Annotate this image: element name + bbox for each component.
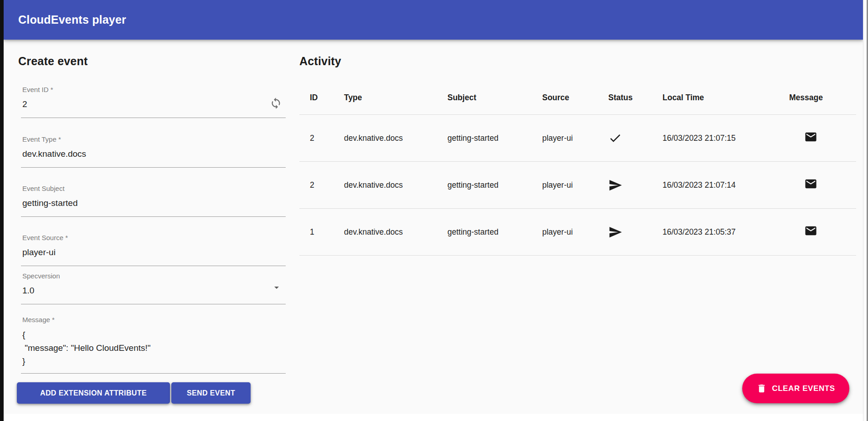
cell-local-time: 16/03/2023 21:07:15 [663, 133, 789, 143]
email-icon[interactable] [804, 224, 817, 237]
event-subject-field[interactable]: Event Subject getting-started [21, 185, 286, 217]
email-icon[interactable] [804, 130, 817, 144]
cell-local-time: 16/03/2023 21:07:14 [663, 180, 789, 190]
cell-source: player-ui [542, 180, 608, 190]
activity-table-header: ID Type Subject Source Status Local Time… [299, 81, 856, 115]
activity-table: ID Type Subject Source Status Local Time… [299, 81, 856, 256]
sync-icon[interactable] [270, 97, 282, 109]
dropdown-arrow-icon[interactable] [271, 282, 282, 293]
app-bar: CloudEvents player [4, 0, 863, 40]
table-row: 2 dev.knative.docs getting-started playe… [299, 115, 856, 162]
cell-subject: getting-started [447, 227, 542, 237]
add-extension-attribute-button[interactable]: ADD EXTENSION ATTRIBUTE [17, 382, 170, 404]
clear-events-label: CLEAR EVENTS [772, 384, 835, 393]
cell-type: dev.knative.docs [344, 227, 447, 237]
column-header-status: Status [608, 93, 663, 103]
clear-events-button[interactable]: CLEAR EVENTS [742, 374, 849, 403]
specversion-label: Specversion [21, 272, 286, 280]
event-source-label: Event Source * [21, 234, 286, 241]
cell-subject: getting-started [447, 133, 542, 143]
table-row: 2 dev.knative.docs getting-started playe… [299, 162, 856, 209]
column-header-subject: Subject [447, 93, 542, 103]
message-field[interactable]: Message * { "message": "Hello CloudEvent… [21, 316, 286, 374]
event-type-input[interactable]: dev.knative.docs [21, 149, 286, 159]
send-icon [608, 178, 663, 192]
activity-heading: Activity [299, 55, 341, 68]
event-type-label: Event Type * [21, 135, 286, 143]
cell-id: 2 [299, 133, 344, 143]
event-source-input[interactable]: player-ui [21, 247, 286, 257]
column-header-source: Source [542, 93, 608, 103]
column-header-local-time: Local Time [663, 93, 789, 103]
event-id-input[interactable]: 2 [21, 99, 286, 109]
app-title: CloudEvents player [18, 13, 126, 26]
event-id-field[interactable]: Event ID * 2 [21, 86, 286, 118]
column-header-type: Type [344, 93, 447, 103]
message-label: Message * [21, 316, 286, 323]
email-icon[interactable] [804, 177, 817, 190]
event-source-field[interactable]: Event Source * player-ui [21, 234, 286, 266]
message-textarea[interactable]: { "message": "Hello CloudEvents!" } [21, 328, 286, 368]
cell-id: 2 [299, 180, 344, 190]
send-event-button[interactable]: SEND EVENT [171, 382, 251, 404]
table-row: 1 dev.knative.docs getting-started playe… [299, 209, 856, 256]
column-header-message: Message [789, 93, 856, 103]
specversion-value[interactable]: 1.0 [21, 286, 286, 296]
event-subject-label: Event Subject [21, 185, 286, 192]
cell-id: 1 [299, 227, 344, 237]
cell-local-time: 16/03/2023 21:05:37 [663, 227, 789, 237]
page-bottom-strip [4, 414, 863, 421]
window-frame-left [0, 0, 4, 421]
vertical-scrollbar[interactable] [863, 0, 868, 421]
check-icon [608, 131, 663, 145]
cell-subject: getting-started [447, 180, 542, 190]
event-subject-input[interactable]: getting-started [21, 198, 286, 208]
send-icon [608, 225, 663, 239]
event-type-field[interactable]: Event Type * dev.knative.docs [21, 135, 286, 168]
cell-type: dev.knative.docs [344, 180, 447, 190]
cell-source: player-ui [542, 133, 608, 143]
column-header-id: ID [299, 93, 344, 103]
event-id-label: Event ID * [21, 86, 286, 93]
specversion-select[interactable]: Specversion 1.0 [21, 272, 286, 304]
trash-icon [756, 383, 767, 394]
cell-type: dev.knative.docs [344, 133, 447, 143]
create-event-heading: Create event [18, 55, 87, 68]
cell-source: player-ui [542, 227, 608, 237]
